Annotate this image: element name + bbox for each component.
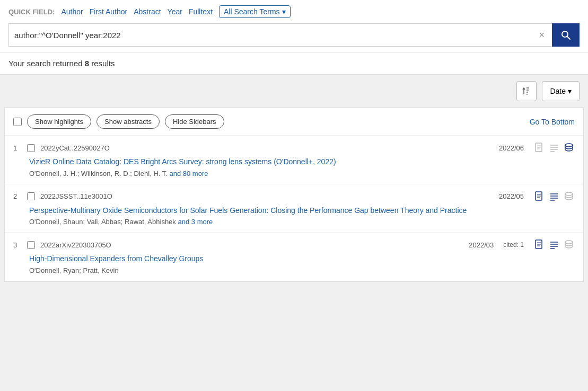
result-date-2: 2022/05	[499, 192, 524, 200]
all-search-terms-label: All Search Terms	[224, 7, 280, 16]
result-checkbox-2[interactable]	[27, 192, 35, 200]
quick-field-label: QUICK FIELD:	[8, 8, 55, 16]
svg-line-1	[567, 37, 571, 40]
doc-icon-3[interactable]	[533, 239, 545, 251]
result-id-3: 2022arXiv220303705O	[40, 241, 463, 249]
search-input[interactable]	[14, 31, 537, 40]
results-prefix: Your search returned	[8, 59, 85, 68]
sort-order-button[interactable]	[516, 81, 537, 101]
svg-point-15	[565, 144, 573, 147]
results-panel: Show highlights Show abstracts Hide Side…	[4, 108, 584, 282]
result-more-authors-1[interactable]: and 80 more	[170, 170, 208, 177]
result-icons-3	[533, 239, 575, 251]
result-date-3: 2022/03	[469, 241, 494, 249]
doc-icon-1[interactable]	[533, 142, 545, 154]
db-icon-1[interactable]	[563, 142, 575, 154]
sort-icon	[522, 86, 531, 96]
date-sort-label: Date	[550, 87, 566, 95]
result-more-authors-2[interactable]: and 3 more	[178, 218, 213, 226]
svg-point-33	[565, 241, 573, 244]
show-abstracts-button[interactable]: Show abstracts	[96, 114, 160, 129]
result-checkbox-3[interactable]	[27, 241, 35, 249]
go-to-bottom-link[interactable]: Go To Bottom	[530, 118, 575, 126]
result-icons-2	[533, 191, 575, 202]
results-toolbar: Show highlights Show abstracts Hide Side…	[5, 108, 583, 136]
result-authors-2: O'Donnell, Shaun; Vali, Abbas; Rawat, Ab…	[29, 218, 575, 226]
quick-field-row: QUICK FIELD: Author First Author Abstrac…	[8, 5, 580, 18]
results-suffix: results	[89, 59, 115, 68]
result-number-3: 3	[13, 241, 22, 249]
date-sort-button[interactable]: Date ▾	[542, 81, 580, 101]
select-all-checkbox[interactable]	[13, 118, 22, 126]
quick-field-year[interactable]: Year	[168, 7, 182, 16]
result-item-3: 3 2022arXiv220303705O 2022/03 cited: 1	[5, 233, 583, 281]
db-icon-3[interactable]	[563, 239, 575, 251]
db-icon-2[interactable]	[563, 191, 575, 202]
list-icon-2[interactable]	[548, 191, 560, 202]
list-icon-1[interactable]	[548, 142, 560, 154]
search-button[interactable]	[552, 23, 580, 47]
result-icons-1	[533, 142, 575, 154]
clear-search-button[interactable]: ×	[537, 30, 547, 41]
result-id-1: 2022yCat..22590027O	[40, 144, 494, 152]
result-date-1: 2022/06	[499, 144, 524, 152]
hide-sidebars-button[interactable]: Hide Sidebars	[165, 114, 224, 129]
result-number-1: 1	[13, 144, 22, 152]
result-item-1: 1 2022yCat..22590027O 2022/06	[5, 136, 583, 184]
quick-field-fulltext[interactable]: Fulltext	[189, 7, 213, 16]
results-summary: Your search returned 8 results	[0, 52, 588, 75]
search-input-wrapper: ×	[8, 23, 552, 47]
result-title-1[interactable]: VizieR Online Data Catalog: DES Bright A…	[29, 157, 575, 167]
result-item-2: 2 2022JSSST..11e3001O 2022/05	[5, 184, 583, 233]
results-count: 8	[85, 59, 89, 68]
search-bar-row: ×	[8, 23, 580, 47]
cited-badge-3: cited: 1	[503, 241, 524, 248]
list-icon-3[interactable]	[548, 239, 560, 251]
result-title-3[interactable]: High-Dimensional Expanders from Chevalle…	[29, 254, 575, 264]
result-id-2: 2022JSSST..11e3001O	[40, 192, 494, 200]
doc-icon-2[interactable]	[533, 191, 545, 202]
quick-field-author[interactable]: Author	[61, 7, 83, 16]
quick-field-abstract[interactable]: Abstract	[134, 7, 161, 16]
chevron-down-icon: ▾	[282, 7, 286, 16]
svg-point-24	[565, 192, 573, 196]
result-number-2: 2	[13, 192, 22, 200]
all-search-terms-dropdown[interactable]: All Search Terms ▾	[219, 5, 291, 18]
result-authors-3: O'Donnell, Ryan; Pratt, Kevin	[29, 266, 575, 274]
date-chevron-icon: ▾	[568, 87, 572, 95]
sort-bar: Date ▾	[0, 75, 588, 108]
show-highlights-button[interactable]: Show highlights	[27, 114, 91, 129]
search-icon	[560, 30, 571, 40]
result-authors-1: O'Donnell, J. H.; Wilkinson, R. D.; Dieh…	[29, 170, 575, 177]
result-checkbox-1[interactable]	[27, 144, 35, 152]
result-title-2[interactable]: Perspective-Multinary Oxide Semiconducto…	[29, 206, 575, 216]
quick-field-first-author[interactable]: First Author	[90, 7, 128, 16]
